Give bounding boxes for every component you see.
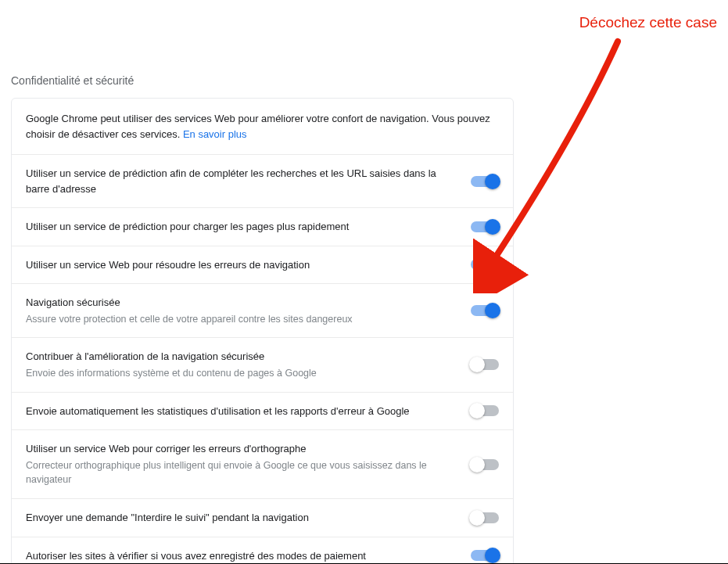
- section-title: Confidentialité et sécurité: [11, 74, 134, 87]
- annotation-label: Décochez cette case: [579, 14, 717, 31]
- toggle-nav-errors[interactable]: [471, 259, 499, 270]
- setting-title: Utiliser un service de prédiction afin d…: [26, 166, 458, 196]
- setting-row-spellcheck: Utiliser un service Web pour corriger le…: [12, 430, 513, 499]
- setting-row-safe-browsing: Navigation sécurisée Assure votre protec…: [12, 284, 513, 338]
- setting-row-prediction-url: Utiliser un service de prédiction afin d…: [12, 155, 513, 208]
- intro-text-row: Google Chrome peut utiliser des services…: [12, 99, 513, 155]
- toggle-knob: [485, 303, 500, 318]
- setting-subtitle: Correcteur orthographique plus intellige…: [26, 458, 458, 488]
- setting-row-improve-safe-browsing: Contribuer à l'amélioration de la naviga…: [12, 338, 513, 392]
- setting-text: Utiliser un service Web pour corriger le…: [26, 441, 471, 487]
- setting-subtitle: Envoie des informations système et du co…: [26, 366, 458, 381]
- setting-title: Envoyer une demande "Interdire le suivi"…: [26, 510, 458, 526]
- setting-subtitle: Assure votre protection et celle de votr…: [26, 312, 458, 327]
- setting-title: Envoie automatiquement les statistiques …: [26, 404, 458, 419]
- toggle-do-not-track[interactable]: [471, 512, 499, 523]
- setting-text: Envoyer une demande "Interdire le suivi"…: [26, 510, 471, 526]
- setting-title: Navigation sécurisée: [26, 295, 458, 311]
- setting-row-usage-stats: Envoie automatiquement les statistiques …: [12, 393, 513, 431]
- setting-title: Utiliser un service de prédiction pour c…: [26, 219, 458, 235]
- toggle-knob: [485, 174, 500, 189]
- toggle-spellcheck[interactable]: [471, 459, 499, 470]
- toggle-payment-check[interactable]: [471, 550, 499, 561]
- toggle-knob: [485, 548, 500, 563]
- setting-text: Autoriser les sites à vérifier si vous a…: [26, 548, 471, 564]
- toggle-knob: [469, 403, 485, 419]
- setting-text: Envoie automatiquement les statistiques …: [26, 404, 471, 419]
- setting-text: Utiliser un service de prédiction pour c…: [26, 219, 471, 235]
- setting-title: Autoriser les sites à vérifier si vous a…: [26, 548, 458, 564]
- toggle-knob: [469, 510, 485, 526]
- setting-title: Utiliser un service Web pour résoudre le…: [26, 257, 458, 273]
- setting-row-prediction-load: Utiliser un service de prédiction pour c…: [12, 208, 513, 246]
- toggle-improve-safe-browsing[interactable]: [471, 359, 499, 370]
- setting-row-do-not-track: Envoyer une demande "Interdire le suivi"…: [12, 499, 513, 537]
- setting-text: Utiliser un service Web pour résoudre le…: [26, 257, 471, 273]
- intro-text: Google Chrome peut utiliser des services…: [26, 113, 490, 140]
- setting-text: Contribuer à l'amélioration de la naviga…: [26, 349, 471, 380]
- privacy-security-panel: Google Chrome peut utiliser des services…: [11, 98, 514, 564]
- setting-row-nav-errors: Utiliser un service Web pour résoudre le…: [12, 246, 513, 285]
- setting-text: Navigation sécurisée Assure votre protec…: [26, 295, 471, 326]
- toggle-usage-stats[interactable]: [471, 405, 499, 416]
- setting-title: Utiliser un service Web pour corriger le…: [26, 441, 458, 457]
- setting-text: Utiliser un service de prédiction afin d…: [26, 166, 471, 196]
- toggle-knob: [485, 219, 500, 235]
- toggle-knob: [469, 357, 485, 372]
- toggle-prediction-url[interactable]: [471, 176, 499, 187]
- setting-title: Contribuer à l'amélioration de la naviga…: [26, 349, 458, 365]
- toggle-prediction-load[interactable]: [471, 221, 499, 232]
- setting-row-payment-check: Autoriser les sites à vérifier si vous a…: [12, 537, 513, 565]
- toggle-safe-browsing[interactable]: [471, 305, 499, 316]
- learn-more-link[interactable]: En savoir plus: [183, 128, 247, 140]
- toggle-knob: [469, 457, 485, 472]
- toggle-knob: [485, 257, 500, 272]
